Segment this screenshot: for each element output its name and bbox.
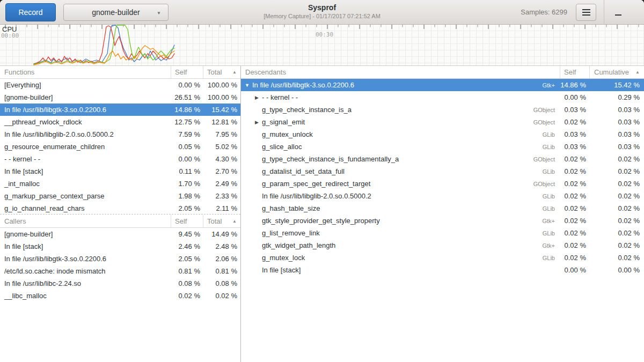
total-value: 14.49 % [203, 230, 240, 238]
tree-row[interactable]: ▶- - kernel - -0.00 %0.29 % [241, 91, 644, 104]
tree-row[interactable]: In file /usr/lib/libglib-2.0.so.0.5000.2… [241, 190, 644, 202]
library-tag: GLib [543, 193, 560, 200]
tree-row[interactable]: gtk_style_provider_get_style_propertyGtk… [241, 215, 644, 227]
tree-row[interactable]: g_type_check_instance_is_fundamentally_a… [241, 153, 644, 165]
callers-self-column-header[interactable]: Self [171, 215, 203, 227]
function-name: In file [stack] [0, 242, 171, 250]
table-row[interactable]: In file /usr/lib/libc-2.24.so0.08 %0.08 … [0, 277, 240, 290]
library-tag: GObject [533, 156, 560, 162]
self-value: 2.05 % [171, 204, 203, 212]
function-name: __pthread_rwlock_rdlock [0, 118, 171, 126]
table-row[interactable]: [gnome-builder]9.45 %14.49 % [0, 228, 240, 240]
self-value: 0.08 % [171, 279, 203, 287]
right-pane-filler [241, 276, 644, 362]
process-selector-dropdown[interactable]: gnome-builder ▼ [63, 4, 169, 21]
tree-row[interactable]: g_mutex_lockGLib0.02 %0.02 % [241, 252, 644, 264]
function-name: g_hash_table_size [261, 204, 543, 212]
expander-icon[interactable]: ▼ [243, 83, 251, 88]
tree-row[interactable]: ▼In file /usr/lib/libgtk-3.so.0.2200.6Gt… [241, 79, 644, 91]
tree-row[interactable]: g_datalist_id_set_data_fullGLib0.02 %0.0… [241, 165, 644, 178]
function-name: [gnome-builder] [0, 93, 171, 101]
function-name: In file /usr/lib/libgtk-3.so.0.2200.6 [251, 81, 542, 89]
menu-button[interactable] [576, 4, 596, 21]
cpu-graph[interactable]: CPU 00:00 00:30 [0, 25, 644, 66]
left-pane: Functions Self Total ▲ [Everything]0.00 … [0, 66, 240, 362]
descendants-cumulative-column-header[interactable]: Cumulative ▲ [589, 66, 644, 78]
table-row[interactable]: In file [stack]2.46 %2.48 % [0, 240, 240, 253]
function-name: g_type_check_instance_is_a [261, 106, 533, 114]
self-value: 14.86 % [171, 106, 203, 114]
library-tag: Gtk+ [542, 82, 560, 88]
self-value: 0.02 % [560, 180, 589, 188]
cumulative-value: 0.02 % [589, 254, 644, 262]
table-row[interactable]: In file /usr/lib/libglib-2.0.so.0.5000.2… [0, 128, 240, 141]
record-button[interactable]: Record [5, 3, 56, 21]
function-name: g_markup_parse_context_parse [0, 192, 171, 200]
tree-row[interactable]: g_type_check_instance_is_aGObject0.03 %0… [241, 104, 644, 116]
functions-table-header: Functions Self Total ▲ [0, 66, 240, 79]
self-value: 0.03 % [560, 143, 589, 151]
close-button[interactable] [627, 4, 644, 21]
self-value: 0.03 % [560, 130, 589, 138]
titlebar-separator [604, 0, 604, 25]
library-tag: GLib [543, 205, 560, 212]
callers-total-column-header[interactable]: Total ▲ [203, 215, 240, 227]
tree-row[interactable]: gtk_widget_path_lengthGtk+0.02 %0.02 % [241, 239, 644, 252]
function-name: /etc/ld.so.cache: inode mismatch [0, 267, 171, 275]
expander-icon[interactable]: ▶ [253, 95, 261, 100]
self-value: 0.02 % [560, 254, 589, 262]
function-name: - - kernel - - [261, 93, 560, 101]
cumulative-value: 0.02 % [589, 192, 644, 200]
function-name: g_param_spec_get_redirect_target [261, 180, 533, 188]
table-row[interactable]: g_markup_parse_context_parse1.98 %2.33 % [0, 190, 240, 202]
descendants-self-column-header[interactable]: Self [560, 66, 589, 78]
tree-row[interactable]: ▶g_signal_emitGObject0.02 %0.03 % [241, 116, 644, 128]
table-row[interactable]: [Everything]0.00 %100.00 % [0, 79, 240, 91]
function-name: - - kernel - - [0, 155, 171, 163]
table-row[interactable]: [gnome-builder]26.51 %100.00 % [0, 91, 240, 104]
tree-row[interactable]: g_slice_allocGLib0.03 %0.03 % [241, 141, 644, 153]
callers-column-header[interactable]: Callers [0, 215, 171, 227]
table-row[interactable]: _int_malloc1.70 %2.49 % [0, 178, 240, 190]
self-value: 0.02 % [171, 292, 203, 300]
library-tag: GLib [543, 144, 560, 150]
tree-row[interactable]: In file [stack]0.00 %0.00 % [241, 264, 644, 276]
cumulative-value: 0.02 % [589, 180, 644, 188]
table-row[interactable]: - - kernel - -0.00 %4.30 % [0, 153, 240, 165]
self-value: 0.11 % [171, 167, 203, 175]
self-value: 0.02 % [560, 204, 589, 212]
total-value: 100.00 % [203, 93, 240, 101]
library-tag: GObject [533, 119, 560, 125]
total-value: 12.81 % [203, 118, 240, 126]
table-row[interactable]: In file /usr/lib/libgtk-3.so.0.2200.614.… [0, 104, 240, 116]
descendants-column-header[interactable]: Descendants [241, 66, 560, 78]
function-name: In file [stack] [0, 167, 171, 175]
cumulative-value: 0.02 % [589, 167, 644, 175]
table-row[interactable]: g_io_channel_read_chars2.05 %2.11 % [0, 202, 240, 215]
table-row[interactable]: In file /usr/lib/libgtk-3.so.0.2200.62.0… [0, 253, 240, 265]
table-row[interactable]: In file [stack]0.11 %2.70 % [0, 165, 240, 178]
table-row[interactable]: /etc/ld.so.cache: inode mismatch0.81 %0.… [0, 265, 240, 277]
total-value: 15.42 % [203, 106, 240, 114]
tree-row[interactable]: g_mutex_unlockGLib0.03 %0.03 % [241, 128, 644, 141]
self-value: 0.02 % [560, 241, 589, 249]
main-area: Functions Self Total ▲ [Everything]0.00 … [0, 66, 644, 362]
table-row[interactable]: __libc_malloc0.02 %0.02 % [0, 290, 240, 302]
tree-row[interactable]: g_param_spec_get_redirect_targetGObject0… [241, 178, 644, 190]
functions-total-column-header[interactable]: Total ▲ [203, 66, 240, 78]
table-row[interactable]: __pthread_rwlock_rdlock12.75 %12.81 % [0, 116, 240, 128]
self-value: 0.02 % [560, 192, 589, 200]
process-selector-label: gnome-builder [92, 8, 140, 17]
tree-row[interactable]: g_hash_table_sizeGLib0.02 %0.02 % [241, 202, 644, 215]
functions-column-header[interactable]: Functions [0, 66, 171, 78]
minimize-button[interactable] [610, 4, 627, 21]
table-row[interactable]: g_resource_enumerate_children0.05 %5.02 … [0, 141, 240, 153]
function-name: _int_malloc [0, 180, 171, 188]
functions-self-column-header[interactable]: Self [171, 66, 203, 78]
function-name: g_slice_alloc [261, 143, 543, 151]
cumulative-value: 0.02 % [589, 229, 644, 237]
total-value: 2.11 % [203, 204, 240, 212]
tree-row[interactable]: g_list_remove_linkGLib0.02 %0.02 % [241, 227, 644, 239]
sort-ascending-icon: ▲ [232, 219, 237, 224]
expander-icon[interactable]: ▶ [253, 120, 261, 125]
